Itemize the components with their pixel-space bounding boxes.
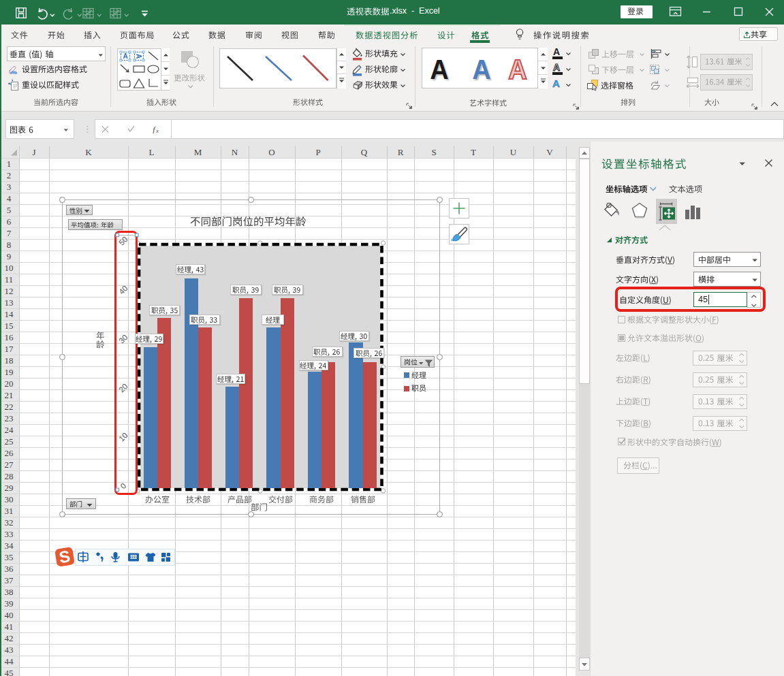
- svg-text:A: A: [135, 54, 142, 59]
- svg-text:x: x: [155, 127, 159, 133]
- svg-text:A: A: [123, 52, 127, 60]
